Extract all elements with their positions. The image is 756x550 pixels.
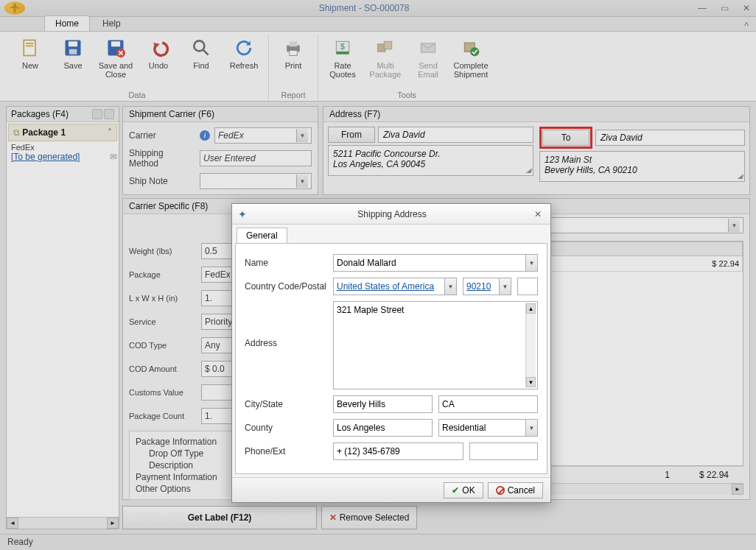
county-input[interactable]: Los Angeles [333,419,433,437]
postal-combo[interactable]: 90210▼ [463,278,511,295]
dialog-logo-icon: ✦ [238,208,247,220]
cancel-icon [496,486,505,495]
phone-input[interactable]: + (12) 345-6789 [333,443,463,460]
residential-combo[interactable]: Residential▼ [438,419,538,437]
dialog-close-icon[interactable]: ✕ [531,209,545,219]
ext-input[interactable] [469,443,538,460]
country-combo[interactable]: United States of America▼ [333,278,457,295]
ok-button[interactable]: ✔OK [444,482,483,498]
postal-ext-input[interactable] [517,278,538,295]
shipping-address-dialog: ✦ Shipping Address ✕ General Name Donald… [231,203,551,503]
check-icon: ✔ [452,485,459,496]
cancel-button[interactable]: Cancel [488,482,543,498]
textarea-scrollbar[interactable]: ▲▼ [525,303,536,387]
name-combo[interactable]: Donald Mallard▼ [333,254,538,272]
tab-general[interactable]: General [237,228,287,243]
state-input[interactable]: CA [438,395,538,413]
address-textarea[interactable]: 321 Maple Street ▲▼ [333,301,538,389]
dialog-title: Shipping Address [253,209,531,219]
city-input[interactable]: Beverly Hills [333,395,433,413]
